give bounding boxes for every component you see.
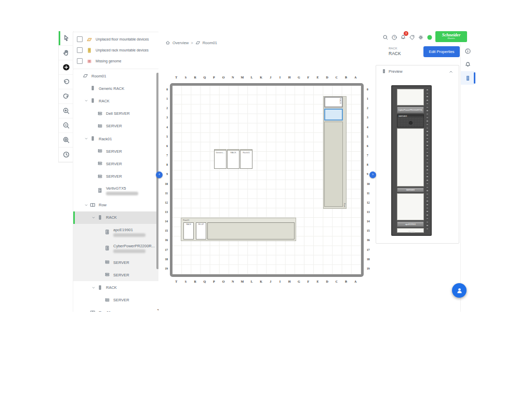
zoom-in-tool[interactable]	[59, 104, 73, 118]
row-rack-body[interactable]	[324, 122, 343, 207]
plan-row-label: 18	[367, 258, 373, 261]
plan-column-label: M	[237, 280, 247, 283]
server-icon	[97, 148, 103, 154]
tree-item-server[interactable]: SERVER	[73, 269, 159, 281]
chevron-down-icon[interactable]	[84, 99, 89, 103]
info-icon[interactable]	[461, 44, 474, 58]
rack-plan-label: RACK	[228, 151, 239, 154]
notification-badge: 3	[404, 31, 408, 36]
breadcrumb-overview[interactable]: Overview	[172, 41, 189, 45]
plan-column-label: O	[219, 76, 228, 79]
plan-row-label: 1	[162, 97, 168, 100]
plan-row-label: 14	[162, 220, 168, 223]
plan-row-label: 15	[367, 229, 373, 232]
tree-item-server[interactable]: SERVER	[73, 120, 159, 132]
collapse-left-toggle[interactable]: ‹	[156, 171, 163, 178]
chevron-down-icon[interactable]	[91, 216, 96, 220]
rack-icon	[97, 215, 103, 221]
tree-item-label: SERVER	[106, 174, 122, 179]
ups-icon	[97, 188, 103, 194]
tree-item-row[interactable]: Row	[73, 199, 159, 211]
tree-item-server[interactable]: SERVER	[73, 170, 159, 183]
tree-item-label: VertivGTX5	[106, 186, 138, 191]
plan-column-label: C	[332, 76, 341, 79]
tree-item-dell-server[interactable]: Dell SERVER	[73, 108, 159, 120]
plan-column-label: P	[209, 76, 219, 79]
rack-on-plan[interactable]: Generic...	[214, 149, 227, 169]
row01-container[interactable]: Row01 RACKRK-UP	[181, 218, 296, 241]
tree-item-rack01[interactable]: Rack01	[73, 132, 159, 145]
tree-item-server[interactable]: SERVER	[73, 145, 159, 157]
floor-device-icon	[86, 36, 92, 43]
rack-on-plan[interactable]: RACK	[324, 97, 343, 108]
rack-on-plan[interactable]: RK-UP	[196, 222, 206, 240]
feedback-icon[interactable]	[408, 34, 415, 41]
search-icon[interactable]	[382, 34, 389, 41]
redo-tool[interactable]	[59, 89, 73, 104]
tree-item-rack[interactable]: RACK	[73, 211, 159, 224]
tree-item-vertivgtx5[interactable]: VertivGTX5	[73, 183, 159, 199]
tree-item-server[interactable]: SERVER	[73, 294, 159, 307]
ups-icon	[104, 229, 111, 235]
legend-label: Missing genome	[96, 59, 122, 63]
tree-item-server[interactable]: SERVER	[73, 256, 159, 269]
alarm-icon[interactable]	[461, 58, 474, 71]
tree-item-rack[interactable]: RACK	[73, 95, 159, 107]
genome-icon	[86, 58, 92, 64]
legend-panel: Unplaced floor mountable devicesUnplaced…	[73, 32, 159, 69]
rack-on-plan[interactable]: RACK	[183, 222, 194, 240]
plan-row-label: 13	[367, 210, 373, 214]
pan-tool[interactable]	[59, 46, 73, 60]
status-dot[interactable]	[426, 34, 433, 41]
plan-column-label: B	[341, 280, 351, 283]
zoom-out-tool[interactable]	[59, 118, 73, 133]
edit-properties-button[interactable]: Edit Properties	[423, 46, 460, 57]
rack-device: CyberPowerPR2200RTXL	[397, 107, 424, 113]
tree-item-row01[interactable]: Row01	[73, 307, 159, 312]
assistant-fab[interactable]	[452, 283, 467, 298]
chevron-down-icon[interactable]	[84, 203, 89, 207]
chevron-down-icon[interactable]	[84, 311, 89, 312]
select-tool[interactable]	[59, 31, 73, 46]
legend-item: Missing genome	[73, 56, 158, 66]
plan-row-label: 8	[162, 163, 168, 166]
legend-checkbox[interactable]	[77, 36, 83, 42]
tree-item-label: Generic RACK	[99, 86, 124, 91]
tree-item-apce19901[interactable]: apcE19901	[73, 224, 159, 240]
row01-rack-long[interactable]	[207, 222, 295, 240]
undo-tool[interactable]	[59, 75, 73, 89]
legend-checkbox[interactable]	[77, 58, 83, 64]
help-icon[interactable]: ?	[391, 34, 397, 41]
plan-column-label: G	[294, 280, 303, 283]
tree-item-rack[interactable]: RACK	[73, 281, 159, 294]
row-icon	[90, 202, 96, 208]
legend-checkbox[interactable]	[77, 47, 83, 53]
tree-item-cyberpowerpr2200r[interactable]: CyberPowerPR2200R...	[73, 240, 159, 256]
rack-on-plan[interactable]: RACK	[227, 149, 240, 169]
redacted-address	[113, 249, 145, 253]
chevron-up-icon[interactable]	[448, 69, 454, 74]
tree-item-server[interactable]: SERVER	[73, 157, 159, 170]
tree-item-label: apcE19901	[113, 228, 145, 232]
plan-row-label: 2	[162, 107, 168, 110]
breadcrumb-room[interactable]: Room01	[203, 41, 217, 45]
tree-item-generic-rack[interactable]: Generic RACK	[73, 82, 159, 95]
rack-panel-icon[interactable]	[461, 71, 474, 85]
history-tool[interactable]	[59, 148, 73, 162]
plan-row-label: 2	[367, 107, 373, 110]
add-tool[interactable]	[59, 60, 73, 75]
chevron-down-icon[interactable]	[84, 137, 89, 141]
svg-text:?: ?	[393, 35, 395, 38]
chevron-down-icon[interactable]	[91, 286, 96, 290]
floorplan-canvas[interactable]: Overview > Room01 TTSSRRQQPPOONNMMLLKKJJ…	[158, 31, 373, 312]
plan-column-label: L	[247, 76, 256, 79]
plan-row-label: 7	[162, 154, 168, 157]
server-icon	[104, 259, 111, 265]
rack-selected-on-plan[interactable]	[324, 109, 343, 121]
collapse-right-toggle[interactable]: ›	[369, 171, 376, 178]
settings-icon[interactable]	[417, 34, 424, 41]
tree-item-room01[interactable]: Room01	[73, 70, 159, 82]
zoom-fit-tool[interactable]	[59, 133, 73, 148]
tree-item-label: SERVER	[106, 149, 122, 154]
rack-on-plan[interactable]: Rack01	[240, 149, 252, 169]
